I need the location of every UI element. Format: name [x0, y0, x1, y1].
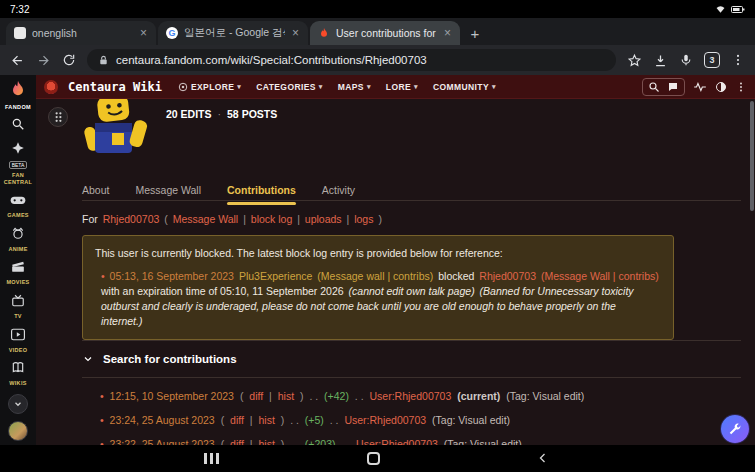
search-icon[interactable]: [11, 117, 25, 135]
bookmark-star-icon[interactable]: [627, 53, 642, 68]
sidebar-item-anime[interactable]: ANIME: [8, 226, 27, 253]
separator: . .: [355, 390, 364, 402]
google-favicon: G: [166, 27, 178, 39]
block-log-link[interactable]: block log: [251, 213, 292, 225]
section-title: Search for contributions: [103, 353, 237, 365]
diff-link[interactable]: diff: [230, 438, 244, 445]
page-link[interactable]: User:Rhjed00703: [356, 438, 438, 445]
sidebar-item-tv[interactable]: TV: [11, 293, 25, 320]
forward-icon[interactable]: [36, 53, 51, 68]
back-button[interactable]: [537, 451, 549, 469]
message-wall-link[interactable]: Message Wall: [173, 213, 239, 225]
sidebar-item-label: FAN CENTRAL: [0, 172, 36, 185]
browser-menu-icon[interactable]: [731, 53, 745, 67]
logs-link[interactable]: logs: [354, 213, 373, 225]
back-icon[interactable]: [10, 53, 25, 68]
sidebar-item-fan-central[interactable]: BETA FAN CENTRAL: [0, 141, 36, 185]
admin-user-link[interactable]: Plu3Experience: [239, 270, 313, 282]
download-icon[interactable]: [653, 53, 668, 68]
nav-categories[interactable]: CATEGORIES ▾: [256, 82, 323, 92]
blocked-user-link[interactable]: Rhjed00703: [479, 270, 536, 282]
rail-more-button[interactable]: [8, 394, 28, 414]
chevron-down-icon: [82, 353, 94, 365]
nav-label: LORE: [386, 82, 411, 92]
admin-user-sublinks[interactable]: (Message wall | contribs): [317, 270, 433, 282]
separator: . .: [330, 414, 339, 426]
recents-button[interactable]: [204, 453, 219, 464]
diff-link[interactable]: diff: [249, 390, 263, 402]
blocked-user-sublinks[interactable]: (Message Wall | contribs): [541, 270, 659, 282]
tab-activity[interactable]: Activity: [322, 184, 355, 205]
block-log-entry: • 05:13, 16 September 2023 Plu3Experienc…: [95, 269, 661, 329]
nav-maps[interactable]: MAPS ▾: [338, 82, 371, 92]
close-icon[interactable]: ×: [139, 27, 148, 39]
refresh-icon[interactable]: [62, 53, 76, 67]
theme-toggle-icon[interactable]: [715, 81, 727, 93]
page-link[interactable]: User:Rhjed00703: [344, 414, 426, 426]
tab-user-contributions[interactable]: User contributions for Rhj ×: [310, 21, 460, 45]
chevron-down-icon: ▾: [367, 83, 371, 91]
contribution-row: • 23:24, 25 August 2023 ( diff | hist ) …: [100, 413, 587, 427]
separator: . .: [290, 414, 299, 426]
tab-onenglish[interactable]: onenglish ×: [6, 21, 156, 45]
nav-label: MAPS: [338, 82, 364, 92]
entry-timestamp-link[interactable]: 23:22, 25 August 2023: [110, 438, 215, 445]
chevron-down-icon: ▾: [492, 83, 496, 91]
entry-timestamp-link[interactable]: 12:15, 10 September 2023: [110, 390, 234, 402]
tools-fab-button[interactable]: [721, 415, 749, 443]
separator: ): [378, 213, 382, 225]
scrollbar-thumb[interactable]: [750, 101, 754, 211]
close-icon[interactable]: ×: [291, 27, 300, 39]
beta-badge: BETA: [9, 161, 28, 169]
tab-switcher-icon[interactable]: 3: [704, 52, 720, 68]
page-link[interactable]: User:Rhjed00703: [370, 390, 452, 402]
more-menu-icon[interactable]: [735, 81, 747, 93]
hist-link[interactable]: hist: [258, 414, 274, 426]
hist-link[interactable]: hist: [278, 390, 294, 402]
status-icons: [715, 4, 745, 14]
nav-label: CATEGORIES: [256, 82, 316, 92]
fandom-flame-icon[interactable]: [8, 79, 28, 103]
rail-drag-handle[interactable]: [48, 107, 68, 127]
bullet: •: [101, 270, 105, 282]
separator: (: [240, 390, 244, 402]
sidebar-item-video[interactable]: VIDEO: [9, 327, 28, 354]
entry-timestamp-link[interactable]: 23:24, 25 August 2023: [110, 414, 215, 426]
tab-message-wall[interactable]: Message Wall: [135, 184, 201, 205]
nav-label: COMMUNITY: [433, 82, 489, 92]
contribution-list: • 12:15, 10 September 2023 ( diff | hist…: [100, 389, 587, 445]
separator: |: [250, 414, 253, 426]
diff-link[interactable]: diff: [230, 414, 244, 426]
lock-icon[interactable]: [98, 55, 109, 66]
site-favicon: [14, 27, 26, 39]
search-icon[interactable]: [648, 81, 660, 93]
sidebar-item-movies[interactable]: MOVIES: [6, 259, 29, 286]
chevron-down-icon: ▾: [237, 83, 241, 91]
tab-about[interactable]: About: [82, 184, 109, 205]
block-timestamp-link[interactable]: 05:13, 16 September 2023: [110, 270, 234, 282]
wiki-title-link[interactable]: Centaura Wiki: [68, 80, 162, 94]
nav-lore[interactable]: LORE ▾: [386, 82, 418, 92]
tab-google-search[interactable]: G 일본어로 - Google 검색 ×: [158, 21, 308, 45]
block-flags: (cannot edit own talk page): [349, 285, 475, 297]
uploads-link[interactable]: uploads: [305, 213, 342, 225]
sidebar-item-games[interactable]: GAMES: [7, 192, 29, 219]
new-tab-button[interactable]: +: [462, 21, 488, 45]
nav-community[interactable]: COMMUNITY ▾: [433, 82, 496, 92]
mic-icon[interactable]: [679, 53, 693, 67]
separator: |: [347, 213, 350, 225]
nav-explore[interactable]: EXPLORE ▾: [178, 82, 241, 92]
sidebar-item-wikis[interactable]: WIKIS: [9, 360, 26, 387]
user-avatar[interactable]: [8, 421, 28, 441]
wiki-logo[interactable]: [44, 80, 58, 94]
book-icon: [11, 360, 25, 378]
address-bar[interactable]: centaura.fandom.com/wiki/Special:Contrib…: [87, 49, 616, 71]
close-icon[interactable]: ×: [443, 27, 452, 39]
hist-link[interactable]: hist: [258, 438, 274, 445]
search-for-contributions-toggle[interactable]: Search for contributions: [82, 340, 741, 378]
activity-pulse-icon[interactable]: [693, 81, 707, 93]
chat-icon[interactable]: [667, 81, 679, 93]
tab-contributions[interactable]: Contributions: [227, 184, 296, 205]
username-link[interactable]: Rhjed00703: [103, 213, 160, 225]
home-button[interactable]: [367, 452, 380, 465]
